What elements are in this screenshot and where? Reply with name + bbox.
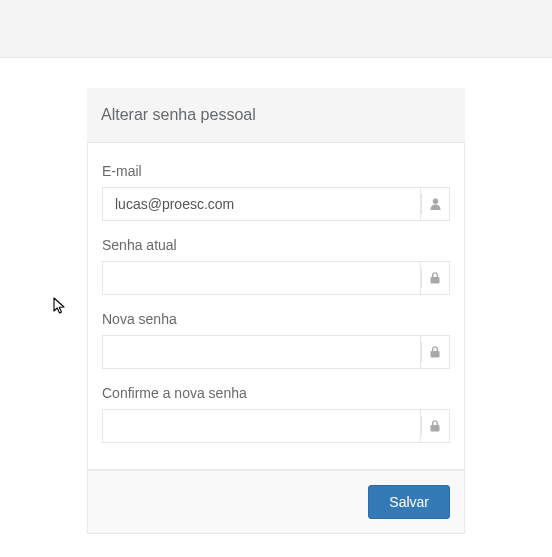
svg-rect-2 <box>431 351 440 358</box>
panel-title: Alterar senha pessoal <box>87 88 465 143</box>
email-label: E-mail <box>102 163 450 179</box>
new-password-label: Nova senha <box>102 311 450 327</box>
confirm-password-field[interactable] <box>102 409 420 443</box>
save-button[interactable]: Salvar <box>368 485 450 519</box>
new-password-wrap <box>102 335 450 369</box>
svg-point-0 <box>432 199 437 204</box>
svg-rect-3 <box>431 425 440 432</box>
lock-icon <box>420 335 450 369</box>
confirm-password-label: Confirme a nova senha <box>102 385 450 401</box>
confirm-password-wrap <box>102 409 450 443</box>
topbar <box>0 0 552 58</box>
new-password-field[interactable] <box>102 335 420 369</box>
email-field[interactable] <box>102 187 420 221</box>
new-password-group: Nova senha <box>102 311 450 369</box>
change-password-panel: Alterar senha pessoal E-mail Senha atual <box>87 88 465 534</box>
user-icon <box>420 187 450 221</box>
svg-rect-1 <box>431 277 440 284</box>
email-wrap <box>102 187 450 221</box>
confirm-password-group: Confirme a nova senha <box>102 385 450 443</box>
panel-body: E-mail Senha atual <box>87 143 465 470</box>
lock-icon <box>420 409 450 443</box>
current-password-group: Senha atual <box>102 237 450 295</box>
current-password-wrap <box>102 261 450 295</box>
panel-footer: Salvar <box>87 470 465 534</box>
cursor-icon <box>53 297 67 315</box>
email-group: E-mail <box>102 163 450 221</box>
current-password-field[interactable] <box>102 261 420 295</box>
current-password-label: Senha atual <box>102 237 450 253</box>
lock-icon <box>420 261 450 295</box>
